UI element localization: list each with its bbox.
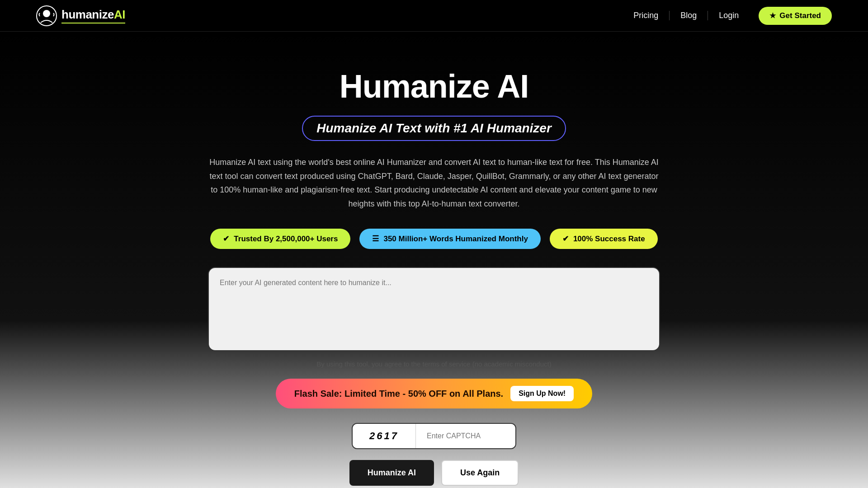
terms-text: By using this tool, you agree to the ter… — [9, 360, 859, 368]
blog-link[interactable]: Blog — [670, 11, 708, 20]
checkmark-icon: ✔ — [223, 234, 229, 244]
captcha-code: 2617 — [353, 424, 416, 448]
hero-subtitle: Humanize AI Text with #1 AI Humanizer — [316, 121, 552, 135]
ai-content-textarea[interactable] — [220, 279, 648, 338]
badge-success-label: 100% Success Rate — [573, 235, 645, 244]
hero-subtitle-wrapper: Humanize AI Text with #1 AI Humanizer — [302, 116, 566, 141]
badge-users-label: Trusted By 2,500,000+ Users — [234, 235, 338, 244]
text-input-area — [208, 267, 660, 351]
hero-description: Humanize AI text using the world's best … — [208, 155, 660, 211]
humanize-button[interactable]: Humanize AI — [349, 460, 434, 486]
badge-words: ☰ 350 Million+ Words Humanized Monthly — [359, 229, 540, 249]
flash-sale-banner: Flash Sale: Limited Time - 50% OFF on Al… — [276, 379, 592, 408]
badge-users: ✔ Trusted By 2,500,000+ Users — [210, 229, 350, 249]
captcha-box: 2617 — [352, 423, 516, 449]
captcha-row: 2617 — [9, 423, 859, 449]
badge-words-label: 350 Million+ Words Humanized Monthly — [383, 235, 528, 244]
logo-text: humanizeAI — [61, 8, 125, 21]
check-icon: ✔ — [562, 234, 569, 244]
badge-success: ✔ 100% Success Rate — [550, 229, 658, 249]
navbar: humanizeAI Pricing Blog Login ★ Get Star… — [0, 0, 868, 32]
captcha-input[interactable] — [416, 424, 515, 448]
logo-icon — [36, 5, 57, 26]
pricing-link[interactable]: Pricing — [623, 11, 670, 20]
logo[interactable]: humanizeAI — [36, 5, 125, 26]
nav-links: Pricing Blog Login ★ Get Started — [623, 7, 832, 25]
flash-sale-text: Flash Sale: Limited Time - 50% OFF on Al… — [294, 389, 503, 399]
sign-up-now-button[interactable]: Sign Up Now! — [510, 386, 574, 401]
get-started-button[interactable]: ★ Get Started — [759, 7, 832, 25]
action-buttons: Humanize AI Use Again — [9, 460, 859, 486]
hero-section: Humanize AI Humanize AI Text with #1 AI … — [0, 32, 868, 488]
badges-row: ✔ Trusted By 2,500,000+ Users ☰ 350 Mill… — [9, 229, 859, 249]
login-link[interactable]: Login — [708, 11, 750, 20]
hero-title: Humanize AI — [9, 68, 859, 105]
svg-point-1 — [43, 10, 50, 17]
star-icon: ★ — [769, 11, 776, 20]
use-again-button[interactable]: Use Again — [441, 460, 519, 486]
list-icon: ☰ — [372, 234, 379, 244]
